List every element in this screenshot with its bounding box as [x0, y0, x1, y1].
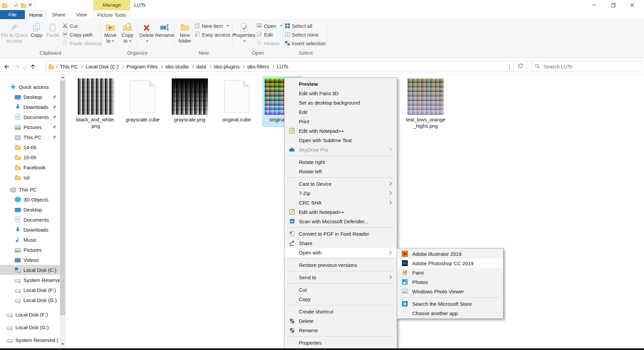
sidebar-item-local-disk-f-root[interactable]: Local Disk (F:)	[0, 309, 66, 319]
file-original-cube[interactable]: original.cube	[217, 77, 256, 123]
breadcrumb-program-files[interactable]: Program Files	[125, 64, 159, 69]
breadcrumb-obs-filters[interactable]: obs-filters	[246, 64, 271, 69]
select-all-button[interactable]: Select all	[285, 22, 312, 30]
context-menu-item-share[interactable]: Share	[284, 238, 397, 248]
pin-icon	[53, 125, 56, 129]
tab-share[interactable]: Share	[47, 10, 70, 19]
rename-button[interactable]: Rename	[156, 21, 174, 38]
tab-picture-tools[interactable]: Picture Tools	[93, 10, 130, 19]
context-menu-item-send-to[interactable]: Send to	[284, 273, 397, 282]
context-menu-item-copy[interactable]: Copy	[284, 294, 397, 304]
minimize-button[interactable]	[586, 0, 602, 10]
properties-button[interactable]: Properties	[234, 21, 254, 44]
context-menu-item-rotate-right[interactable]: Rotate right	[284, 157, 397, 167]
context-menu-item-properties[interactable]: Properties	[284, 338, 397, 347]
refresh-button[interactable]	[515, 63, 526, 70]
back-button[interactable]	[3, 63, 11, 70]
copy-path-button[interactable]: Copy path	[62, 31, 93, 39]
breadcrumb-data[interactable]: data	[195, 64, 208, 69]
context-menu-item-rotate-left[interactable]: Rotate left	[284, 167, 397, 176]
context-menu-item-edit[interactable]: Edit	[284, 107, 397, 117]
breadcrumb-chevron-icon	[191, 65, 194, 68]
paste-shortcut-button[interactable]: Paste shortcut	[62, 39, 102, 47]
context-menu-item-print[interactable]: Print	[284, 117, 397, 126]
context-menu-item-delete[interactable]: Delete	[284, 316, 397, 326]
sidebar-item-this-pc[interactable]: This PC	[0, 184, 70, 194]
submenu-item-choose-another-app[interactable]: Choose another app	[397, 308, 503, 318]
cut-button[interactable]: Cut	[62, 22, 77, 30]
context-menu-item-cast-to-device[interactable]: Cast to Device	[284, 179, 397, 188]
submenu-item-windows-photo-viewer[interactable]: Windows Photo Viewer	[397, 287, 503, 296]
forward-button[interactable]	[13, 63, 21, 70]
breadcrumb-obs-studio[interactable]: obs-studio	[164, 64, 190, 69]
submenu-item-paint[interactable]: Paint	[397, 268, 503, 277]
search-input[interactable]	[543, 63, 638, 70]
context-menu-item-edit-with-notepad-plus-plus-2[interactable]: Edit with Notepad++	[284, 207, 397, 217]
tab-file[interactable]: File	[0, 10, 25, 19]
scroll-down-icon[interactable]	[61, 343, 64, 345]
up-button[interactable]	[29, 63, 37, 70]
context-menu-item-create-shortcut[interactable]: Create shortcut	[284, 307, 397, 316]
submenu-item-adobe-photoshop[interactable]: Ps Adobe Photoshop CC 2019	[397, 258, 503, 268]
customize-qat-icon[interactable]	[29, 4, 32, 6]
breadcrumb-this-pc[interactable]: This PC	[58, 64, 79, 69]
file-black-and-white-png[interactable]: black_and_white.png	[76, 77, 115, 129]
context-menu-item-crc-sha[interactable]: CRC SHA	[284, 198, 397, 207]
address-dropdown-button[interactable]	[506, 64, 513, 69]
tab-view[interactable]: View	[70, 10, 93, 19]
file-teal-lows-orange-highs-png[interactable]: teal_lows_orange_highs.png	[406, 77, 445, 129]
context-menu-item-scan-with-microsoft-defender[interactable]: Scan with Microsoft Defender...	[284, 217, 397, 226]
submenu-item-adobe-illustrator[interactable]: Ai Adobe Illustrator 2019	[397, 249, 503, 258]
new-item-button[interactable]: New item	[195, 22, 229, 30]
submenu-item-photos[interactable]: Photos	[397, 277, 503, 287]
file-grayscale-cube[interactable]: grayscale.cube	[123, 77, 162, 123]
context-menu-item-skydrive-pro[interactable]: SkyDrive Pro	[284, 145, 397, 154]
sidebar-item-quick-access[interactable]: Quick access	[0, 82, 70, 92]
context-menu-item-rename[interactable]: Rename	[284, 326, 397, 335]
address-bar[interactable]: This PC Local Disk (C:) Program Files ob…	[46, 61, 527, 72]
new-folder-button[interactable]: New folder	[176, 21, 194, 44]
search-box[interactable]	[531, 61, 642, 72]
context-menu-item-set-as-desktop-background[interactable]: Set as desktop background	[284, 98, 397, 107]
breadcrumb-local-disk-c[interactable]: Local Disk (C:)	[84, 64, 120, 69]
scroll-up-icon[interactable]	[61, 76, 64, 78]
folder-icon[interactable]	[2, 4, 7, 8]
breadcrumb-luts[interactable]: LUTs	[275, 64, 290, 69]
sidebar-item-system-reserved-root[interactable]: System Reserved (	[0, 335, 66, 345]
sidebar-scrollbar[interactable]	[60, 74, 66, 348]
edit-button[interactable]: Edit	[257, 31, 273, 39]
properties-check-icon[interactable]	[13, 2, 18, 8]
maximize-button[interactable]	[605, 0, 621, 10]
copy-to-button[interactable]: Copy to	[119, 21, 136, 44]
delete-button[interactable]: Delete	[138, 21, 155, 44]
context-menu-item-edit-with-notepad-plus-plus[interactable]: Edit with Notepad++	[284, 126, 397, 135]
easy-access-button[interactable]: Easy access	[195, 31, 236, 39]
move-to-button[interactable]: Move to	[102, 21, 118, 44]
context-menu-item-convert-to-pdf-foxit[interactable]: Convert to PDF in Foxit Reader	[284, 229, 397, 238]
select-none-icon	[285, 32, 290, 37]
breadcrumb-obs-plugins[interactable]: obs-plugins	[212, 64, 241, 69]
paste-button[interactable]: Paste	[45, 21, 60, 38]
drive-icon	[7, 314, 13, 317]
open-button[interactable]: Open	[257, 22, 282, 30]
tab-home[interactable]: Home	[25, 10, 47, 19]
context-menu-item-edit-with-paint-3d[interactable]: Edit with Paint 3D	[284, 89, 397, 98]
context-menu-item-preview[interactable]: Preview	[284, 79, 397, 89]
context-menu-item-restore-previous-versions[interactable]: Restore previous versions	[284, 260, 397, 270]
context-menu-item-open-with-sublime-text[interactable]: Open with Sublime Text	[284, 135, 397, 145]
sidebar-item-local-disk-g-root[interactable]: Local Disk (G:)	[0, 322, 66, 332]
select-none-button[interactable]: Select none	[285, 31, 318, 39]
close-button[interactable]	[625, 0, 640, 10]
context-menu-item-7-zip[interactable]: 7-Zip	[284, 188, 397, 198]
scrollbar-thumb[interactable]	[60, 80, 65, 315]
invert-selection-button[interactable]: Invert selection	[285, 39, 326, 47]
context-menu-item-open-with[interactable]: Open with	[284, 248, 397, 257]
history-button[interactable]: History	[257, 39, 280, 47]
context-menu-item-cut[interactable]: Cut	[284, 285, 397, 294]
folder-icon[interactable]	[21, 4, 26, 8]
submenu-item-search-microsoft-store[interactable]: Search the Microsoft Store	[397, 299, 503, 308]
recent-locations-button[interactable]	[21, 63, 28, 70]
pin-to-quick-access-button[interactable]: Pin to Quick access	[1, 21, 28, 44]
file-grayscale-png[interactable]: grayscale.png	[170, 77, 209, 123]
copy-button[interactable]: Copy	[29, 21, 44, 38]
